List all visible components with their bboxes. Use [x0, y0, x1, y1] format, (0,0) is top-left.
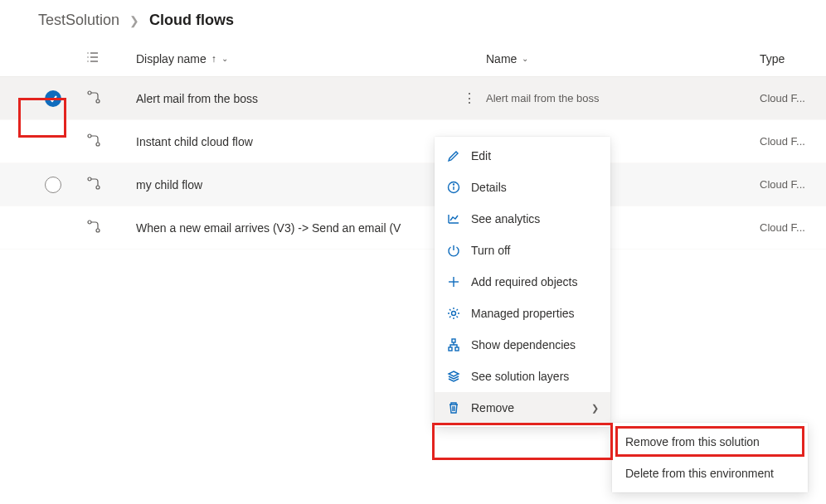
display-name-cell[interactable]: Alert mail from the boss — [136, 92, 453, 105]
svg-point-8 — [88, 134, 91, 138]
svg-point-9 — [96, 143, 100, 146]
layers-icon — [446, 370, 461, 383]
column-type[interactable]: Type — [760, 52, 826, 65]
type-cell: Cloud F... — [760, 92, 826, 104]
column-label: Type — [760, 52, 785, 65]
plus-icon — [446, 275, 461, 288]
svg-rect-21 — [449, 347, 452, 351]
svg-point-7 — [96, 99, 100, 103]
menu-item-turnoff[interactable]: Turn off — [435, 235, 610, 266]
menu-item-dependencies[interactable]: Show dependencies — [435, 329, 610, 361]
chevron-right-icon: ❯ — [591, 403, 599, 414]
display-name-cell[interactable]: my child flow — [136, 178, 453, 191]
svg-rect-22 — [455, 347, 459, 351]
submenu-item-delete-env[interactable]: Delete from this environment — [612, 458, 808, 489]
menu-label: Edit — [471, 149, 491, 162]
menu-item-add-required[interactable]: Add required objects — [435, 266, 610, 298]
chevron-right-icon: ❯ — [129, 14, 139, 27]
table-header: Display name ↑ ⌄ Name ⌄ Type — [0, 41, 826, 77]
flow-icon — [86, 90, 136, 107]
menu-label: Show dependencies — [471, 338, 576, 351]
table-row[interactable]: my child flow Cloud F... — [0, 163, 826, 206]
list-view-icon[interactable] — [86, 51, 136, 66]
type-cell: Cloud F... — [760, 221, 826, 234]
menu-label: See solution layers — [471, 370, 569, 383]
menu-label: See analytics — [471, 212, 540, 225]
svg-point-12 — [88, 220, 91, 224]
menu-item-details[interactable]: Details — [435, 172, 610, 203]
type-cell: Cloud F... — [760, 135, 826, 148]
menu-item-analytics[interactable]: See analytics — [435, 203, 610, 235]
flow-icon — [86, 133, 136, 150]
gear-icon — [446, 307, 461, 320]
power-icon — [446, 244, 461, 257]
column-display-name[interactable]: Display name ↑ ⌄ — [136, 52, 453, 65]
column-label: Name — [486, 52, 517, 65]
sort-up-icon: ↑ — [211, 53, 216, 65]
pencil-icon — [446, 149, 461, 162]
menu-label: Turn off — [471, 244, 510, 257]
select-checkbox[interactable] — [45, 177, 61, 193]
submenu-item-remove-solution[interactable]: Remove from this solution — [612, 426, 808, 458]
column-name[interactable]: Name ⌄ — [453, 52, 760, 65]
flow-icon — [86, 219, 136, 236]
menu-item-solution-layers[interactable]: See solution layers — [435, 361, 610, 392]
menu-item-remove[interactable]: Remove ❯ — [435, 392, 610, 424]
chevron-down-icon: ⌄ — [522, 54, 528, 63]
name-cell: Alert mail from the boss — [486, 92, 760, 104]
tree-icon — [446, 338, 461, 351]
flow-icon — [86, 176, 136, 193]
svg-point-13 — [96, 229, 100, 232]
menu-label: Remove from this solution — [625, 435, 760, 448]
breadcrumb-current: Cloud flows — [149, 12, 234, 29]
chevron-down-icon: ⌄ — [221, 54, 228, 63]
svg-rect-20 — [452, 339, 455, 342]
select-checkbox[interactable] — [45, 90, 61, 107]
chart-icon — [446, 212, 461, 225]
menu-label: Remove — [471, 401, 514, 414]
svg-point-10 — [88, 177, 91, 181]
display-name-cell[interactable]: When a new email arrives (V3) -> Send an… — [136, 221, 453, 235]
svg-point-19 — [452, 312, 456, 316]
breadcrumb: TestSolution ❯ Cloud flows — [0, 0, 826, 41]
menu-label: Details — [471, 181, 507, 194]
type-cell: Cloud F... — [760, 178, 826, 191]
more-actions-button[interactable]: ⋮ — [453, 90, 486, 106]
table-row[interactable]: Instant child cloud flow Cloud F... — [0, 120, 826, 163]
info-icon — [446, 181, 461, 194]
annotation-highlight — [432, 423, 613, 460]
svg-point-6 — [88, 91, 91, 94]
menu-label: Add required objects — [471, 275, 577, 288]
submenu: Remove from this solution Delete from th… — [612, 423, 808, 492]
menu-item-managed-props[interactable]: Managed properties — [435, 298, 610, 329]
svg-point-16 — [454, 184, 454, 185]
menu-label: Delete from this environment — [625, 467, 774, 480]
display-name-cell[interactable]: Instant child cloud flow — [136, 135, 453, 148]
breadcrumb-parent[interactable]: TestSolution — [38, 12, 119, 29]
context-menu: Edit Details See analytics Turn off Add … — [435, 137, 610, 427]
table-row[interactable]: When a new email arrives (V3) -> Send an… — [0, 206, 826, 250]
table-row[interactable]: Alert mail from the boss ⋮ Alert mail fr… — [0, 77, 826, 120]
svg-point-11 — [96, 186, 100, 189]
menu-item-edit[interactable]: Edit — [435, 140, 610, 172]
column-label: Display name — [136, 52, 206, 65]
menu-label: Managed properties — [471, 307, 575, 320]
trash-icon — [446, 401, 461, 414]
